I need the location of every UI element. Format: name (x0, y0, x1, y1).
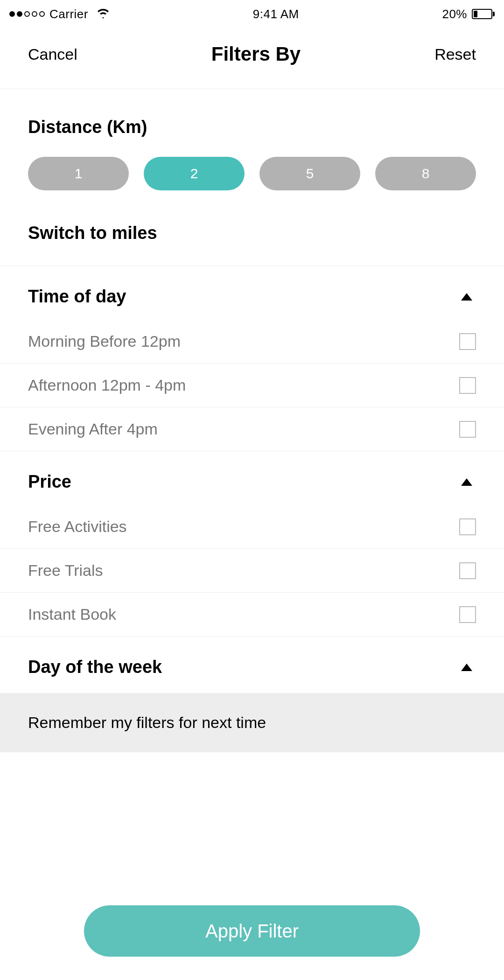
reset-button[interactable]: Reset (434, 45, 476, 63)
distance-section: Distance (Km) 1 2 5 8 (0, 117, 504, 190)
checkbox[interactable] (459, 421, 476, 438)
option-label: Free Trials (28, 561, 103, 580)
remember-filters-row[interactable]: Remember my filters for next time (0, 693, 504, 752)
status-right: 20% (442, 7, 495, 21)
carrier-label: Carrier (49, 7, 88, 21)
checkbox[interactable] (459, 377, 476, 394)
checkbox[interactable] (459, 518, 476, 535)
chevron-up-icon (461, 293, 472, 301)
price-title: Price (28, 472, 71, 492)
time-option-afternoon[interactable]: Afternoon 12pm - 4pm (0, 364, 504, 407)
apply-filter-button[interactable]: Apply Filter (84, 905, 420, 957)
apply-area: Apply Filter (0, 905, 504, 957)
cancel-button[interactable]: Cancel (28, 45, 77, 63)
switch-to-miles-row[interactable]: Switch to miles (0, 223, 504, 266)
distance-option-2[interactable]: 2 (144, 157, 245, 190)
price-option-instant-book[interactable]: Instant Book (0, 593, 504, 637)
option-label: Evening After 4pm (28, 420, 158, 438)
distance-pill-row: 1 2 5 8 (28, 157, 476, 190)
battery-percent: 20% (442, 7, 467, 21)
time-of-day-header[interactable]: Time of day (0, 266, 504, 320)
remember-filters-label: Remember my filters for next time (28, 714, 266, 731)
distance-option-8[interactable]: 8 (375, 157, 476, 190)
option-label: Free Activities (28, 518, 127, 536)
day-of-week-header[interactable]: Day of the week (0, 637, 504, 690)
time-option-evening[interactable]: Evening After 4pm (0, 407, 504, 451)
time-of-day-title: Time of day (28, 287, 126, 307)
distance-option-1[interactable]: 1 (28, 157, 129, 190)
page-title: Filters By (211, 43, 301, 65)
signal-dots-icon (9, 11, 45, 17)
chevron-up-icon (461, 478, 472, 486)
clock: 9:41 AM (253, 7, 299, 21)
time-option-morning[interactable]: Morning Before 12pm (0, 320, 504, 364)
page-header: Cancel Filters By Reset (0, 28, 504, 89)
checkbox[interactable] (459, 606, 476, 623)
wifi-icon (97, 7, 110, 21)
distance-heading: Distance (Km) (28, 117, 476, 137)
distance-option-5[interactable]: 5 (259, 157, 360, 190)
option-label: Afternoon 12pm - 4pm (28, 376, 186, 394)
option-label: Instant Book (28, 605, 116, 623)
price-option-free-activities[interactable]: Free Activities (0, 505, 504, 549)
switch-to-miles-label: Switch to miles (28, 223, 157, 243)
option-label: Morning Before 12pm (28, 332, 181, 350)
status-left: Carrier (9, 7, 110, 21)
chevron-up-icon (461, 664, 472, 671)
battery-icon (472, 9, 495, 19)
checkbox[interactable] (459, 333, 476, 350)
price-header[interactable]: Price (0, 451, 504, 505)
checkbox[interactable] (459, 562, 476, 579)
price-option-free-trials[interactable]: Free Trials (0, 549, 504, 593)
status-bar: Carrier 9:41 AM 20% (0, 0, 504, 28)
day-of-week-title: Day of the week (28, 657, 162, 677)
